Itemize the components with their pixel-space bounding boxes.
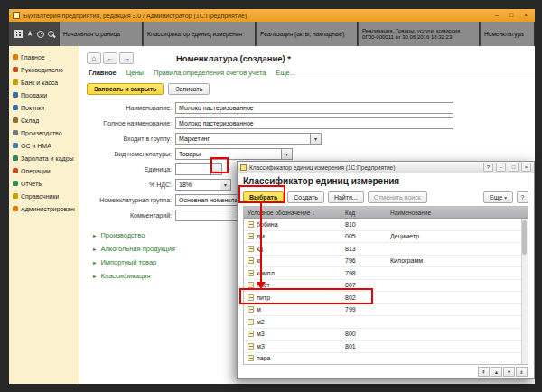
save-and-close-button[interactable]: Записать и закрыть: [87, 83, 164, 95]
unit-row-kompl[interactable]: компл 798: [244, 267, 528, 280]
maximize-button[interactable]: □: [506, 11, 517, 20]
unit-item-icon: [248, 257, 254, 264]
column-symbol[interactable]: Условное обозначение↓: [244, 210, 341, 216]
unit-row-bobina[interactable]: бобина 810: [244, 219, 528, 231]
minimize-button[interactable]: –: [491, 11, 502, 20]
nav-down-button[interactable]: ▼: [503, 367, 515, 377]
sidebar-item-bank-kassa[interactable]: Банк и касса: [9, 76, 79, 89]
nom-group-label: Номенклатурная группа:: [79, 197, 175, 203]
tab-ceny[interactable]: Цены: [126, 69, 144, 77]
help-button[interactable]: ?: [517, 191, 528, 203]
sidebar-item-rukovoditelyu[interactable]: Руководителю: [9, 63, 79, 76]
tab-sales-document[interactable]: Реализация. Товары, услуги, комиссия 0Г0…: [359, 22, 480, 46]
scrollbar-thumb[interactable]: [522, 220, 527, 255]
sidebar-item-label: Операции: [21, 168, 51, 174]
field-row-group: Входит в группу: Маркетинг ▾: [79, 131, 535, 146]
unit-choose-button[interactable]: …: [211, 163, 222, 175]
unit-code: 802: [341, 294, 387, 301]
kind-label: Вид номенклатуры:: [79, 151, 175, 157]
favorites-star-icon[interactable]: ★: [26, 30, 33, 38]
sidebar-item-sklad[interactable]: Склад: [9, 114, 79, 126]
vat-dropdown-icon[interactable]: ▾: [220, 179, 231, 191]
sidebar-item-prodazhi[interactable]: Продажи: [9, 89, 79, 101]
vat-field[interactable]: 18%: [175, 179, 220, 191]
column-name[interactable]: Наименование: [387, 210, 528, 216]
tab-more[interactable]: Еще...: [276, 69, 295, 77]
unit-row-list[interactable]: лист 807: [244, 280, 528, 293]
unit-item-icon: [248, 246, 254, 252]
window-title: Бухгалтерия предприятия, редакция 3.0 / …: [23, 13, 488, 19]
tab-start-page[interactable]: Начальная страница: [60, 22, 143, 46]
manager-chart-icon: [13, 67, 18, 72]
unit-row-m3[interactable]: м3 800: [244, 329, 528, 341]
search-icon[interactable]: [48, 31, 54, 37]
home-button[interactable]: ⌂: [87, 52, 101, 64]
unit-row-para[interactable]: пара: [244, 353, 528, 366]
app-window: Бухгалтерия предприятия, редакция 3.0 / …: [9, 9, 535, 384]
history-clock-icon[interactable]: [37, 31, 44, 38]
unit-item-icon: [248, 270, 254, 276]
forward-button[interactable]: →: [119, 52, 134, 64]
column-code[interactable]: Код: [341, 210, 387, 216]
warehouse-box-icon: [13, 117, 18, 123]
unit-code: 799: [341, 306, 387, 313]
more-button[interactable]: Еще▾: [483, 191, 513, 203]
create-button[interactable]: Создать: [287, 191, 324, 203]
unit-symbol: дм: [257, 233, 265, 239]
unit-row-m2[interactable]: м2: [244, 316, 528, 329]
tab-glavnoe[interactable]: Главное: [89, 69, 117, 77]
sidebar-item-otchety[interactable]: Отчеты: [9, 177, 79, 190]
kind-field[interactable]: Товары: [175, 148, 282, 160]
find-button[interactable]: Найти...: [328, 191, 364, 203]
unit-row-kd[interactable]: кд 813: [244, 243, 528, 256]
cancel-search-button[interactable]: Отменить поиск: [368, 191, 427, 203]
coins-icon: [13, 79, 18, 85]
unit-row-m[interactable]: м 799: [244, 304, 528, 317]
home-icon: [13, 54, 18, 60]
tab-unit-classifier[interactable]: Классификатор единиц измерения: [144, 22, 256, 46]
tab-nomenclature[interactable]: Номенклатура: [481, 22, 535, 46]
nav-bottom-button[interactable]: ⇟: [516, 367, 528, 377]
tab-sales-acts[interactable]: Реализация (акты, накладные): [257, 22, 358, 46]
dialog-toolbar: Выбрать Создать Найти... Отменить поиск …: [238, 189, 534, 206]
dialog-help-button[interactable]: ?: [483, 163, 493, 172]
select-button[interactable]: Выбрать: [243, 191, 284, 203]
nav-up-button[interactable]: ▲: [491, 367, 502, 377]
sidebar-item-pokupki[interactable]: Покупки: [9, 101, 79, 114]
unit-row-kg[interactable]: кг 796 Килограмм: [244, 256, 528, 268]
sidebar-item-administrirovanie[interactable]: Администрирование: [9, 202, 79, 215]
unit-field[interactable]: [175, 163, 211, 175]
unit-item-icon: [248, 355, 254, 361]
sidebar-item-label: Администрирование: [21, 206, 75, 212]
group-dropdown-icon[interactable]: ▾: [311, 133, 322, 145]
unit-row-litr[interactable]: литр 802: [244, 292, 528, 304]
dialog-titlebar: Классификатор единиц измерения (1С:Предп…: [238, 162, 534, 173]
dialog-window-title: Классификатор единиц измерения (1С:Предп…: [249, 164, 481, 171]
nav-top-button[interactable]: ⇞: [478, 367, 490, 377]
back-button[interactable]: ←: [103, 52, 117, 64]
full-name-field[interactable]: Молоко пастеризованное: [175, 117, 453, 129]
save-button[interactable]: Записать: [168, 83, 210, 95]
menu-grid-icon[interactable]: [14, 30, 23, 38]
unit-name: Дециметр: [387, 233, 528, 239]
tab-account-rules[interactable]: Правила определения счетов учета: [154, 69, 266, 77]
group-field[interactable]: Маркетинг: [175, 133, 311, 145]
sidebar-item-proizvodstvo[interactable]: Производство: [9, 126, 79, 139]
sidebar-item-label: Производство: [21, 130, 62, 136]
sidebar-item-spravochniki[interactable]: Справочники: [9, 190, 79, 202]
name-field[interactable]: Молоко пастеризованное: [175, 102, 453, 114]
name-label: Наименование:: [79, 105, 175, 111]
table-scrollbar[interactable]: [521, 219, 528, 364]
sidebar-item-zarplata-kadry[interactable]: Зарплата и кадры: [9, 152, 79, 164]
sidebar-item-os-nma[interactable]: ОС и НМА: [9, 139, 79, 152]
form-tabs: Главное Цены Правила определения счетов …: [79, 66, 535, 79]
dialog-maximize-button[interactable]: □: [509, 163, 519, 172]
sidebar-item-operacii[interactable]: Операции: [9, 164, 79, 177]
dialog-close-button[interactable]: ×: [521, 163, 531, 172]
unit-row-dm[interactable]: дм 005 Дециметр: [244, 231, 528, 244]
close-button[interactable]: ×: [520, 11, 531, 20]
dialog-minimize-button[interactable]: –: [496, 163, 506, 172]
sidebar-item-glavnoe[interactable]: Главное: [9, 51, 79, 63]
kind-dropdown-icon[interactable]: ▾: [282, 148, 293, 160]
unit-row-m3b[interactable]: мЗ 801: [244, 341, 528, 353]
